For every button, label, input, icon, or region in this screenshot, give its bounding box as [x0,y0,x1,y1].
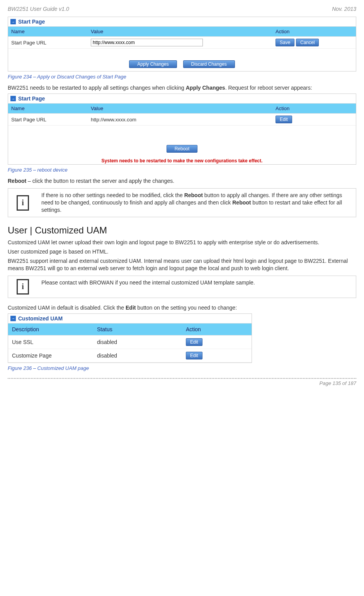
collapse-icon[interactable]: → [10,19,16,24]
info-icon-cell: i [8,189,37,217]
col-action: Action [272,104,356,114]
figure-236-caption: Figure 236 – Customized UAM page [8,365,356,371]
edit-button[interactable]: Edit [276,116,292,123]
table-header-row: Name Value Action [8,27,356,37]
figure-234-screenshot: → Start Page Name Value Action Start Pag… [8,17,356,72]
save-button[interactable]: Save [276,39,294,46]
customized-uam-panel-header: → Customized UAM [8,314,252,324]
start-page-panel-header-2: → Start Page [8,94,356,104]
row-value-cell [88,37,272,49]
uam-paragraph-2: User customized page is based on HTML. [8,248,356,255]
table-row: Customize Page disabled Edit [8,349,252,362]
col-action: Action [182,324,252,335]
col-value: Value [88,27,272,37]
info-icon-cell: i [8,276,37,298]
col-name: Name [8,104,88,114]
discard-changes-button[interactable]: Discard Changes [183,60,235,68]
figure-235-screenshot: → Start Page Name Value Action Start Pag… [8,94,356,165]
row-desc: Customize Page [8,349,93,362]
panel-title: Start Page [18,19,45,25]
table-header-row: Description Status Action [8,324,252,335]
apply-changes-button[interactable]: Apply Changes [129,60,177,68]
col-description: Description [8,324,93,335]
row-value: http://www.xxxx.com [88,114,272,126]
collapse-icon[interactable]: → [10,316,16,321]
row-action-cell: Edit [182,349,252,362]
cancel-button[interactable]: Cancel [296,39,319,46]
edit-button[interactable]: Edit [186,352,202,359]
table-row: Start Page URL http://www.xxxx.com Edit [8,114,356,126]
col-name: Name [8,27,88,37]
page-header: BW2251 User Guide v1.0 Nov. 2013 [8,6,356,12]
doc-title: BW2251 User Guide v1.0 [8,6,69,12]
row-label: Start Page URL [8,37,88,49]
row-action-cell: Edit [272,114,356,126]
start-page-table-2: Name Value Action Start Page URL http://… [8,104,356,126]
col-action: Action [272,27,356,37]
page-footer: Page 135 of 187 [8,380,356,386]
start-page-url-input[interactable] [91,39,203,46]
row-status: disabled [93,349,182,362]
reboot-description: Reboot – click the button to restart the… [8,177,356,184]
uam-edit-instruction: Customized UAM in default is disabled. C… [8,304,356,311]
col-status: Status [93,324,182,335]
figure-234-caption: Figure 234 – Apply or Discard Changes of… [8,74,356,80]
start-page-table: Name Value Action Start Page URL Save Ca… [8,27,356,49]
apply-discard-bar: Apply Changes Discard Changes [8,49,356,71]
restart-warning-message: System needs to be restarted to make the… [8,156,356,164]
info-text: If there is no other settings needed to … [37,189,356,217]
row-status: disabled [93,335,182,349]
doc-date: Nov. 2013 [332,6,356,12]
panel-title: Customized UAM [18,315,63,322]
customized-uam-heading: User | Customized UAM [8,225,356,236]
col-value: Value [88,104,272,114]
reboot-bar: Reboot [8,126,356,156]
row-action-cell: Save Cancel [272,37,356,49]
figure-236-screenshot: → Customized UAM Description Status Acti… [8,313,252,363]
info-icon: i [17,279,29,295]
start-page-panel-header: → Start Page [8,17,356,27]
info-box-reboot: i If there is no other settings needed t… [8,188,356,217]
collapse-icon[interactable]: → [10,96,16,101]
table-row: Use SSL disabled Edit [8,335,252,349]
reboot-button[interactable]: Reboot [167,145,198,153]
figure-235-caption: Figure 235 – reboot device [8,167,356,173]
customized-uam-table: Description Status Action Use SSL disabl… [8,324,252,363]
panel-title: Start Page [18,95,45,102]
row-label: Start Page URL [8,114,88,126]
uam-paragraph-1: Customized UAM let owner upload their ow… [8,239,356,246]
footer-divider [8,378,356,379]
row-action-cell: Edit [182,335,252,349]
table-header-row: Name Value Action [8,104,356,114]
edit-button[interactable]: Edit [186,338,202,346]
info-icon: i [17,195,29,211]
table-row: Start Page URL Save Cancel [8,37,356,49]
info-text: Please contact with BROWAN if you need t… [37,276,356,298]
uam-paragraph-3: BW2251 support internal and external cus… [8,257,356,271]
info-box-browan: i Please contact with BROWAN if you need… [8,276,356,298]
row-desc: Use SSL [8,335,93,349]
apply-changes-paragraph: BW2251 needs to be restarted to apply al… [8,84,356,91]
